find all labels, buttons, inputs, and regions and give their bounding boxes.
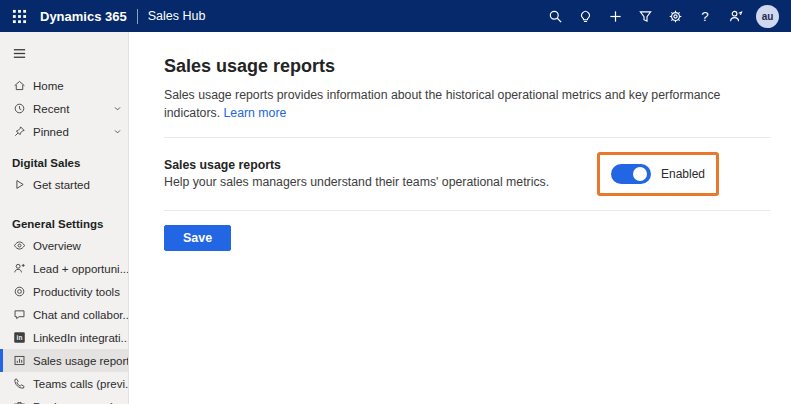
sidebar-item-label: Pinned (33, 126, 69, 138)
save-button[interactable]: Save (164, 225, 231, 251)
sidebar-item-label: Teams calls (previ... (33, 378, 129, 390)
home-icon (12, 79, 26, 93)
phone-icon (12, 377, 26, 391)
help-icon[interactable]: ? (690, 0, 720, 32)
lightbulb-icon[interactable] (570, 0, 600, 32)
sidebar-item-get-started[interactable]: Get started (0, 173, 128, 196)
sidebar-item-label: LinkedIn integrati... (33, 332, 129, 344)
sidebar-item-teams-calls[interactable]: Teams calls (previ... (0, 372, 128, 395)
sidebar-item-recent[interactable]: Recent (0, 97, 128, 120)
site-map-sidebar: Home Recent Pinned (0, 32, 129, 404)
sales-usage-reports-toggle[interactable] (611, 164, 651, 184)
divider (164, 210, 771, 211)
lead-person-icon (12, 262, 26, 276)
top-nav-bar: Dynamics 365 Sales Hub (0, 0, 791, 32)
sidebar-item-overview[interactable]: Overview (0, 234, 128, 257)
chevron-down-icon (113, 104, 122, 113)
sidebar-group-general-settings: General Settings (0, 214, 128, 234)
brand-dynamics365[interactable]: Dynamics 365 (40, 9, 127, 24)
setting-label: Sales usage reports (164, 158, 549, 172)
setting-subtitle: Help your sales managers understand thei… (164, 175, 549, 189)
app-name[interactable]: Sales Hub (148, 9, 206, 23)
sidebar-item-label: Get started (33, 179, 90, 191)
sidebar-item-linkedin[interactable]: in LinkedIn integrati... (0, 326, 128, 349)
eye-icon (12, 239, 26, 253)
sidebar-item-deal-manager[interactable]: Deal manager (pr... (0, 395, 128, 404)
gear-icon[interactable] (660, 0, 690, 32)
sidebar-group-digital-sales: Digital Sales (0, 153, 128, 173)
sidebar-item-label: Lead + opportuni... (33, 263, 129, 275)
settings-main-panel: Sales usage reports Sales usage reports … (129, 32, 791, 404)
linkedin-icon: in (12, 331, 26, 345)
page-title: Sales usage reports (164, 56, 771, 77)
sidebar-item-productivity-tools[interactable]: Productivity tools (0, 280, 128, 303)
sidebar-item-label: Recent (33, 103, 69, 115)
sidebar-item-label: Chat and collabor... (33, 309, 129, 321)
app-launcher-icon[interactable] (2, 0, 36, 32)
pin-icon (12, 125, 26, 139)
sidebar-item-label: Overview (33, 240, 81, 252)
toggle-knob (633, 167, 647, 181)
chat-bubble-icon (12, 308, 26, 322)
sidebar-item-chat-collaborate[interactable]: Chat and collabor... (0, 303, 128, 326)
play-icon (12, 178, 26, 192)
clock-icon (12, 102, 26, 116)
user-avatar[interactable]: au (756, 5, 779, 28)
sidebar-item-pinned[interactable]: Pinned (0, 120, 128, 143)
feedback-person-icon[interactable] (720, 0, 750, 32)
page-description: Sales usage reports provides information… (164, 86, 760, 123)
chevron-down-icon (113, 127, 122, 136)
sidebar-item-label: Sales usage reports (33, 355, 129, 367)
divider (164, 137, 771, 138)
sidebar-item-label: Deal manager (pr... (33, 401, 129, 404)
search-icon[interactable] (540, 0, 570, 32)
svg-text:in: in (16, 334, 22, 341)
report-box-icon (12, 354, 26, 368)
briefcase-icon (12, 400, 26, 404)
sidebar-item-lead-opportunity[interactable]: Lead + opportuni... (0, 257, 128, 280)
filter-icon[interactable] (630, 0, 660, 32)
sidebar-item-home[interactable]: Home (0, 74, 128, 97)
learn-more-link[interactable]: Learn more (223, 106, 286, 120)
sidebar-item-sales-usage-reports[interactable]: Sales usage reports (0, 349, 128, 372)
sidebar-item-label: Productivity tools (33, 286, 120, 298)
orange-highlight-box: Enabled (597, 152, 719, 196)
hamburger-menu-icon[interactable] (0, 38, 128, 68)
target-icon (12, 285, 26, 299)
toggle-state-label: Enabled (661, 167, 705, 181)
add-icon[interactable] (600, 0, 630, 32)
sales-usage-reports-setting-row: Sales usage reports Help your sales mana… (164, 152, 771, 196)
sidebar-item-label: Home (33, 80, 64, 92)
topbar-divider (137, 9, 138, 24)
